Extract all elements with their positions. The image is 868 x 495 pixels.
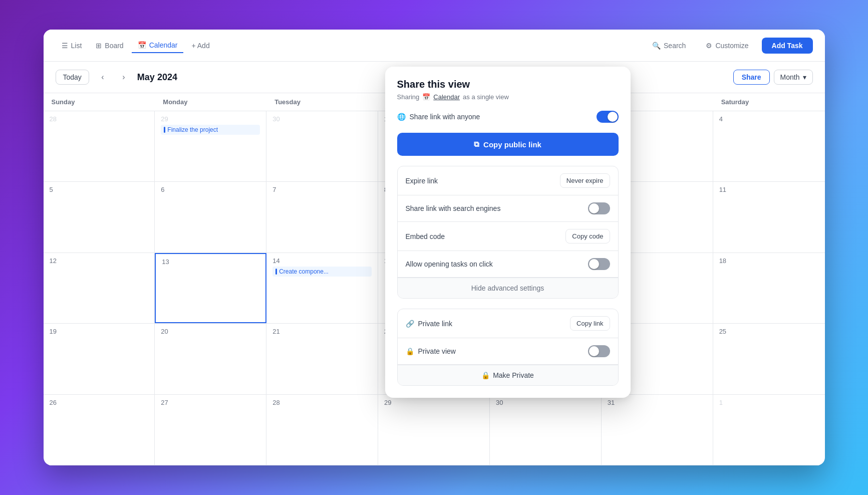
board-nav-item[interactable]: ⊞ Board [90, 39, 129, 53]
copy-icon: ⧉ [474, 140, 479, 149]
search-engines-label: Share link with search engines [406, 204, 501, 212]
search-button[interactable]: 🔍 Search [645, 38, 693, 54]
share-toggle-label: 🌐 Share link with anyone [397, 113, 480, 121]
private-view-row: 🔒 Private view [398, 338, 618, 365]
dialog-header: Share this view Sharing 📅 Calendar as a … [385, 67, 631, 109]
list-icon: ☰ [62, 42, 68, 50]
dialog-overlay: Share this view Sharing 📅 Calendar as a … [44, 62, 825, 465]
link-icon: 🔗 [406, 320, 414, 328]
never-expire-button[interactable]: Never expire [560, 173, 610, 188]
copy-code-button[interactable]: Copy code [565, 229, 610, 243]
private-view-toggle[interactable] [588, 345, 610, 357]
list-nav-item[interactable]: ☰ List [56, 39, 88, 53]
make-private-button[interactable]: 🔒 Make Private [398, 365, 618, 385]
private-link-label: 🔗 Private link [406, 320, 452, 328]
search-engines-row: Share link with search engines [398, 195, 618, 222]
copy-code-label: Copy code [572, 232, 603, 240]
expire-link-row: Expire link Never expire [398, 166, 618, 195]
dialog-subtitle: Sharing 📅 Calendar as a single view [397, 93, 619, 101]
expire-link-label: Expire link [406, 177, 438, 185]
gear-icon: ⚙ [706, 42, 712, 50]
share-link-toggle-comp[interactable] [597, 111, 619, 123]
calendar-icon: 📅 [138, 41, 146, 49]
app-window: ☰ List ⊞ Board 📅 Calendar + Add 🔍 Search [44, 30, 825, 465]
share-dialog: Share this view Sharing 📅 Calendar as a … [385, 67, 631, 398]
calendar-label: Calendar [149, 41, 178, 49]
customize-label: Customize [715, 42, 748, 50]
make-private-label: Make Private [493, 371, 534, 379]
toolbar: ☰ List ⊞ Board 📅 Calendar + Add 🔍 Search [44, 30, 825, 62]
main-content: Today ‹ › May 2024 Share Month ▾ [44, 62, 825, 465]
dialog-body: 🌐 Share link with anyone ⧉ [385, 109, 631, 398]
copy-link-label: Copy link [576, 320, 603, 327]
search-engines-toggle[interactable] [588, 202, 610, 214]
toolbar-right: 🔍 Search ⚙ Customize Add Task [645, 38, 812, 54]
allow-tasks-label: Allow opening tasks on click [406, 260, 493, 268]
copy-link-button[interactable]: Copy link [570, 316, 610, 331]
calendar-subtitle-text: Calendar [433, 93, 460, 101]
allow-tasks-row: Allow opening tasks on click [398, 251, 618, 278]
embed-code-label: Embed code [406, 232, 445, 240]
add-task-label: Add Task [772, 42, 803, 50]
sharing-text: Sharing [397, 93, 420, 101]
globe-icon: 🌐 [397, 113, 406, 121]
add-nav-item[interactable]: + Add [185, 39, 215, 53]
share-link-text: Share link with anyone [410, 113, 480, 121]
board-label: Board [105, 42, 123, 50]
share-link-toggle[interactable] [597, 111, 619, 123]
search-icon: 🔍 [652, 42, 661, 50]
private-section: 🔗 Private link Copy link 🔒 Private [397, 309, 619, 386]
add-task-button[interactable]: Add Task [762, 38, 813, 54]
add-label: + Add [191, 42, 209, 50]
private-link-text: Private link [418, 320, 452, 328]
calendar-subtitle-icon: 📅 [422, 93, 430, 101]
lock-make-private-icon: 🔒 [481, 371, 490, 379]
advanced-section: Expire link Never expire Share link with… [397, 166, 619, 299]
copy-public-link-label: Copy public link [483, 140, 541, 149]
hide-advanced-label: Hide advanced settings [471, 284, 544, 292]
calendar-nav-item[interactable]: 📅 Calendar [132, 38, 184, 53]
hide-advanced-button[interactable]: Hide advanced settings [398, 278, 618, 298]
private-view-text: Private view [418, 347, 456, 355]
never-expire-label: Never expire [566, 177, 604, 184]
allow-tasks-toggle[interactable] [588, 258, 610, 270]
copy-public-link-button[interactable]: ⧉ Copy public link [397, 133, 619, 156]
dialog-title: Share this view [397, 79, 619, 90]
private-view-label: 🔒 Private view [406, 347, 456, 355]
board-icon: ⊞ [96, 42, 102, 50]
nav-items: ☰ List ⊞ Board 📅 Calendar + Add [56, 38, 216, 53]
list-label: List [71, 42, 82, 50]
embed-code-row: Embed code Copy code [398, 222, 618, 251]
share-toggle-row: 🌐 Share link with anyone [397, 109, 619, 125]
search-label: Search [664, 42, 686, 50]
as-single-view-text: as a single view [463, 93, 509, 101]
customize-button[interactable]: ⚙ Customize [699, 38, 755, 54]
private-link-row: 🔗 Private link Copy link [398, 309, 618, 338]
lock-icon: 🔒 [406, 347, 414, 355]
